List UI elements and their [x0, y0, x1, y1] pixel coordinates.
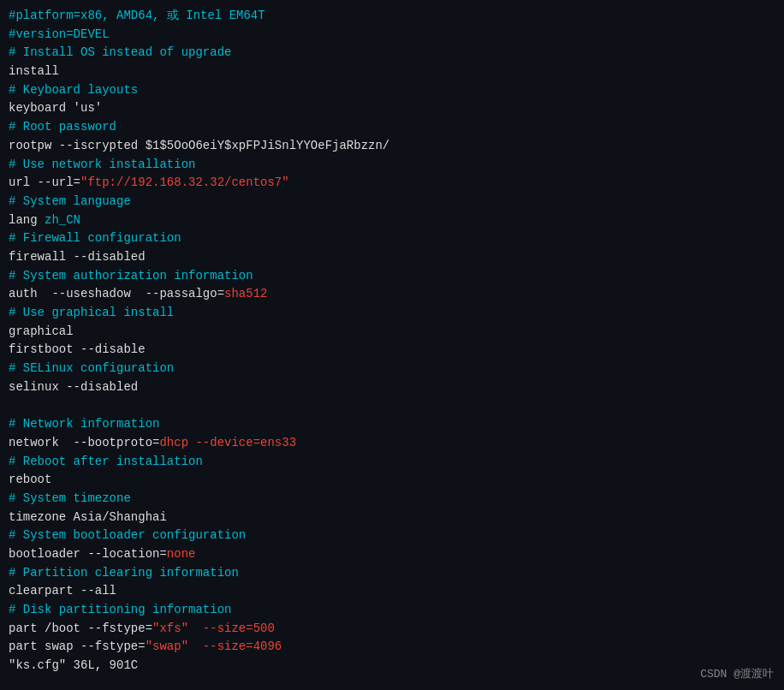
line-9: # Use network installation	[9, 156, 775, 175]
line-14: firewall --disabled	[9, 248, 775, 267]
line-29: # System bootloader configuration	[9, 526, 775, 545]
line-22	[9, 396, 775, 415]
line-4: install	[9, 62, 775, 81]
line-18: graphical	[9, 323, 775, 342]
line-12: lang zh_CN	[9, 211, 775, 230]
terminal-window: #platform=x86, AMD64, 或 Intel EM64T #ver…	[0, 0, 784, 690]
line-23: # Network information	[9, 415, 775, 434]
line-15: # System authorization information	[9, 267, 775, 286]
line-28: timezone Asia/Shanghai	[9, 509, 775, 527]
line-31: # Partition clearing information	[9, 564, 775, 583]
line-20: # SELinux configuration	[9, 360, 775, 378]
watermark: CSDN @渡渡叶	[700, 666, 774, 681]
line-21: selinux --disabled	[9, 378, 775, 397]
line-7: # Root password	[9, 118, 775, 137]
line-8: rootpw --iscrypted $1$5OoO6eiY$xpFPJiSnl…	[9, 137, 775, 156]
line-19: firstboot --disable	[9, 341, 775, 360]
line-35: part swap --fstype="swap" --size=4096	[9, 638, 775, 657]
line-34: part /boot --fstype="xfs" --size=500	[9, 620, 775, 639]
line-1: #platform=x86, AMD64, 或 Intel EM64T	[9, 7, 775, 26]
line-10: url --url="ftp://192.168.32.32/centos7"	[9, 174, 775, 193]
line-26: reboot	[9, 471, 775, 490]
line-16: auth --useshadow --passalgo=sha512	[9, 285, 775, 304]
line-5: # Keyboard layouts	[9, 81, 775, 100]
line-27: # System timezone	[9, 490, 775, 509]
line-33: # Disk partitioning information	[9, 601, 775, 620]
line-6: keyboard 'us'	[9, 99, 775, 118]
line-2: #version=DEVEL	[9, 26, 775, 45]
line-11: # System language	[9, 193, 775, 211]
line-24: network --bootproto=dhcp --device=ens33	[9, 434, 775, 453]
line-13: # Firewall configuration	[9, 229, 775, 248]
line-36: "ks.cfg" 36L, 901C	[9, 657, 775, 675]
line-30: bootloader --location=none	[9, 545, 775, 564]
line-32: clearpart --all	[9, 582, 775, 601]
line-3: # Install OS instead of upgrade	[9, 44, 775, 62]
line-17: # Use graphical install	[9, 304, 775, 323]
line-25: # Reboot after installation	[9, 453, 775, 472]
